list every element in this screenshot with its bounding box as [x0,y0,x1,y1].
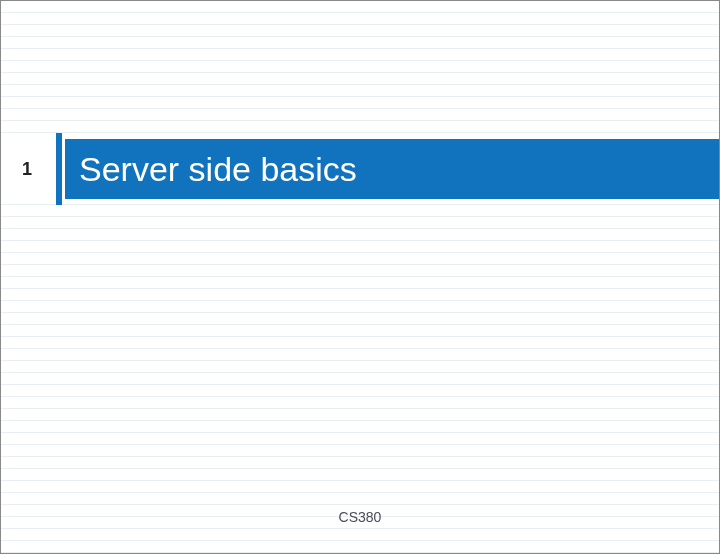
title-band: 1 Server side basics [1,139,719,199]
slide-title: Server side basics [65,139,719,199]
page-number: 1 [1,139,53,199]
slide-container: 1 Server side basics CS380 [0,0,720,554]
slide-footer: CS380 [1,509,719,525]
title-divider [53,139,65,199]
